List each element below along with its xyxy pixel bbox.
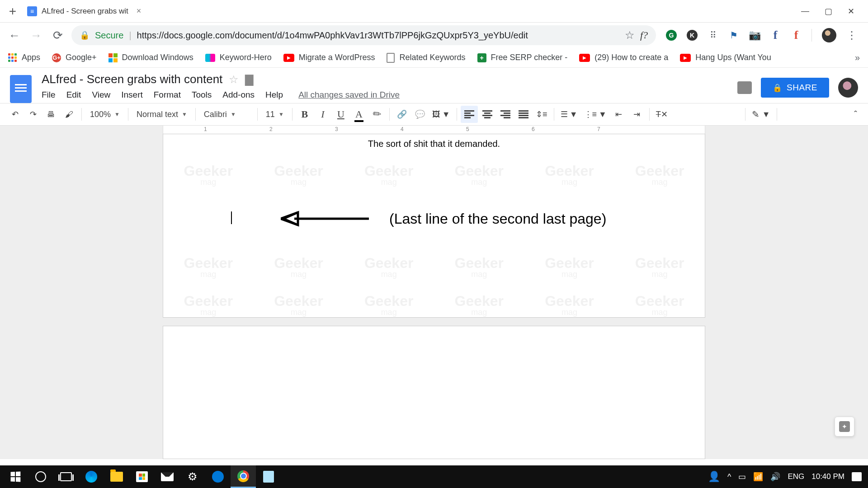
comments-icon[interactable]	[737, 81, 752, 94]
user-avatar[interactable]	[838, 78, 858, 98]
highlight-button[interactable]: ✎	[368, 106, 386, 123]
extension-k-icon[interactable]: K	[687, 30, 698, 41]
extension-flag-icon[interactable]: ⚑	[728, 30, 739, 41]
wifi-icon[interactable]: 📶	[753, 472, 763, 482]
download-windows-bookmark[interactable]: Download Windows	[108, 53, 193, 62]
indent-button[interactable]: ⇥	[628, 106, 646, 123]
start-button[interactable]	[3, 465, 28, 488]
minimize-icon[interactable]: ―	[801, 6, 809, 16]
howto-bookmark[interactable]: ▶ (29) How to create a	[579, 53, 668, 62]
zoom-select[interactable]: 100% ▼	[85, 106, 124, 123]
grammarly-icon[interactable]: G	[666, 30, 677, 41]
cortana-button[interactable]	[28, 465, 53, 488]
language-indicator[interactable]: ENG	[788, 472, 804, 481]
new-tab-button[interactable]: +	[5, 3, 21, 19]
text-color-button[interactable]: A	[350, 106, 368, 123]
close-tab-icon[interactable]: ×	[137, 6, 142, 16]
save-status[interactable]: All changes saved in Drive	[298, 90, 400, 100]
facebook-icon[interactable]: f	[770, 30, 781, 41]
page-last[interactable]	[163, 326, 705, 459]
align-justify-button[interactable]	[515, 106, 532, 123]
googleplus-bookmark[interactable]: G+ Google+	[52, 53, 97, 62]
menu-insert[interactable]: Insert	[121, 90, 143, 100]
close-window-icon[interactable]: ✕	[848, 6, 854, 16]
notifications-icon[interactable]	[852, 472, 862, 481]
tray-chevron-icon[interactable]: ^	[727, 472, 731, 482]
apps-bookmark[interactable]: Apps	[8, 53, 40, 62]
bulleted-list-button[interactable]: ⋮≡▼	[581, 106, 609, 123]
redo-button[interactable]: ↷	[24, 106, 42, 123]
link-button[interactable]: 🔗	[393, 106, 410, 123]
document-title[interactable]: ALfred - Screen grabs with content	[42, 72, 222, 86]
docs-logo-icon[interactable]	[10, 75, 32, 103]
font-extension-icon[interactable]: f?	[640, 29, 648, 41]
clear-format-button[interactable]: T✕	[653, 106, 670, 123]
align-right-button[interactable]	[497, 106, 514, 123]
menu-edit[interactable]: Edit	[66, 90, 81, 100]
star-document-icon[interactable]: ☆	[229, 73, 239, 86]
chrome-menu-icon[interactable]: ⋮	[846, 30, 857, 41]
mail-taskbar-icon[interactable]	[155, 465, 180, 488]
browser-tab[interactable]: ≡ ALfred - Screen grabs wit ×	[21, 2, 147, 20]
volume-icon[interactable]: 🔊	[770, 472, 780, 482]
keyword-hero-bookmark[interactable]: Keyword-Hero	[205, 53, 272, 62]
extension-f-icon[interactable]: f	[791, 30, 802, 41]
size-select[interactable]: 11 ▼	[261, 106, 288, 123]
align-left-button[interactable]	[461, 106, 478, 123]
page-second-last[interactable]: The sort of shit that it demanded. Geeke…	[163, 134, 705, 318]
menu-file[interactable]: File	[42, 90, 56, 100]
explore-button[interactable]: ✦	[835, 417, 854, 436]
undo-button[interactable]: ↶	[6, 106, 24, 123]
related-keywords-bookmark[interactable]: Related Keywords	[387, 53, 465, 63]
image-button[interactable]: 🖼▼	[429, 106, 453, 123]
collapse-toolbar-icon[interactable]: ˆ	[854, 109, 862, 120]
explorer-taskbar-icon[interactable]	[104, 465, 129, 488]
paint-format-button[interactable]: 🖌	[61, 106, 78, 123]
store-taskbar-icon[interactable]	[129, 465, 155, 488]
style-select[interactable]: Normal text ▼	[132, 106, 192, 123]
extension-grid-icon[interactable]: ⠿	[708, 30, 718, 41]
reload-button[interactable]: ⟳	[50, 27, 66, 43]
serp-checker-bookmark[interactable]: + Free SERP checker -	[477, 53, 568, 62]
maximize-icon[interactable]: ▢	[825, 6, 832, 16]
share-button[interactable]: 🔒 SHARE	[761, 78, 829, 98]
screenshot-icon[interactable]: 📷	[749, 30, 760, 41]
bookmark-star-icon[interactable]: ☆	[625, 29, 635, 42]
back-button[interactable]: ←	[6, 27, 23, 43]
comment-button[interactable]: 💬	[411, 106, 429, 123]
migrate-wp-bookmark[interactable]: ▶ Migrate a WordPress	[283, 53, 375, 62]
profile-avatar[interactable]	[822, 28, 836, 42]
clock[interactable]: 10:40 PM	[811, 472, 844, 481]
url-input[interactable]: 🔒 Secure | https://docs.google.com/docum…	[71, 25, 656, 45]
hangups-bookmark[interactable]: ▶ Hang Ups (Want You	[680, 53, 771, 62]
menu-tools[interactable]: Tools	[192, 90, 212, 100]
numbered-list-button[interactable]: ☰▼	[558, 106, 580, 123]
align-center-button[interactable]	[479, 106, 496, 123]
bold-button[interactable]: B	[296, 106, 313, 123]
battery-icon[interactable]: ▭	[738, 472, 746, 482]
print-button[interactable]: 🖶	[42, 106, 60, 123]
document-text-line[interactable]: The sort of shit that it demanded.	[163, 139, 705, 149]
menu-format[interactable]: Format	[154, 90, 181, 100]
chrome-taskbar-icon[interactable]	[231, 465, 256, 488]
bookmarks-overflow-icon[interactable]: »	[855, 52, 860, 63]
italic-button[interactable]: I	[314, 106, 331, 123]
document-canvas[interactable]: The sort of shit that it demanded. Geeke…	[0, 134, 868, 459]
notepad-taskbar-icon[interactable]	[256, 465, 281, 488]
editing-mode-button[interactable]: ✎▼	[749, 106, 773, 123]
menu-view[interactable]: View	[92, 90, 110, 100]
settings-taskbar-icon[interactable]: ⚙	[180, 465, 205, 488]
font-select[interactable]: Calibri ▼	[199, 106, 254, 123]
menu-addons[interactable]: Add-ons	[222, 90, 255, 100]
edge-taskbar-icon[interactable]	[79, 465, 104, 488]
forward-button[interactable]: →	[28, 27, 44, 43]
underline-button[interactable]: U	[332, 106, 349, 123]
outdent-button[interactable]: ⇤	[610, 106, 627, 123]
menu-help[interactable]: Help	[265, 90, 283, 100]
cortana-app-icon[interactable]	[205, 465, 231, 488]
task-view-button[interactable]	[53, 465, 79, 488]
move-folder-icon[interactable]: ▇	[245, 73, 253, 86]
line-spacing-button[interactable]: ⇕≡	[533, 106, 550, 123]
ruler[interactable]: 1 2 3 4 5 6 7	[163, 126, 705, 134]
people-icon[interactable]: 👤	[708, 471, 720, 483]
